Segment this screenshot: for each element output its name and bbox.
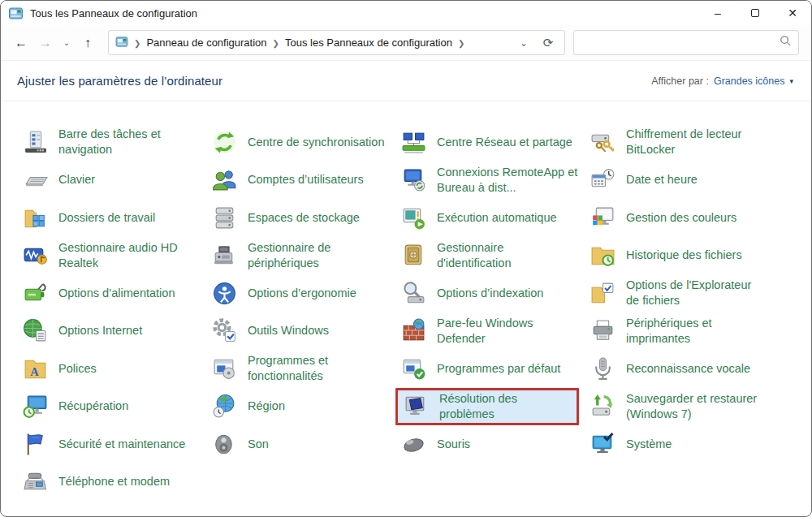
cp-item-mouse[interactable]: Souris [395,425,585,463]
breadcrumb-all-control-panel-items[interactable]: Tous les Panneaux de configuration [285,37,452,49]
cp-item-label[interactable]: Chiffrement de lecteur BitLocker [626,127,741,157]
cp-item-power-options[interactable]: Options d’alimentation [17,274,206,312]
cp-item-security-maintenance[interactable]: Sécurité et maintenance [17,425,206,463]
cp-item-autoplay[interactable]: Exécution automatique [395,199,585,237]
search-input[interactable] [581,31,780,54]
refresh-icon[interactable]: ⟳ [538,36,558,50]
cp-item-keyboard[interactable]: Clavier [17,162,206,200]
cp-item-storage-spaces[interactable]: Espaces de stockage [206,199,395,237]
cp-item-label[interactable]: Espaces de stockage [248,210,360,226]
cp-item-label[interactable]: Périphériques et imprimantes [626,316,712,347]
cp-item-label[interactable]: Sauvegarder et restaurer (Windows 7) [626,391,757,422]
cp-item-network-sharing-center[interactable]: Centre Réseau et partage [395,123,585,162]
cp-item-label[interactable]: Sécurité et maintenance [58,437,185,452]
minimize-button-icon[interactable]: – [699,1,736,25]
cp-item-label[interactable]: Dossiers de travail [58,210,155,226]
cp-item-label[interactable]: Outils Windows [248,323,329,338]
cp-item-realtek-hd-audio[interactable]: Gestionnaire audio HD Realtek [17,237,206,275]
back-icon[interactable]: ← [9,31,33,55]
cp-item-taskbar-navigation[interactable]: Barre des tâches et navigation [17,123,206,162]
cp-item-windows-tools[interactable]: Outils Windows [206,312,395,351]
view-by-value[interactable]: Grandes icônes [714,75,785,87]
cp-item-sync-center[interactable]: Centre de synchronisation [206,123,395,162]
address-bar[interactable]: ❯ Panneau de configuration ❯ Tous les Pa… [108,30,565,55]
cp-item-device-manager[interactable]: Gestionnaire de périphériques [206,237,395,275]
recent-locations-chevron-icon[interactable]: ⌄ [58,31,76,55]
cp-item-label[interactable]: Programmes par défaut [437,361,560,377]
breadcrumb-control-panel[interactable]: Panneau de configuration [146,37,266,49]
cp-item-sound[interactable]: Son [206,425,395,463]
cp-item-label[interactable]: Options d’ergonomie [248,286,356,301]
search-box[interactable] [573,30,799,55]
cp-item-date-time[interactable]: Date et heure [585,162,774,200]
cp-item-programs-and-features[interactable]: Programmes et fonctionnalités [206,350,395,388]
cp-item-label[interactable]: Récupération [58,399,128,414]
sync-center-icon [210,128,238,156]
cp-item-backup-restore-win7[interactable]: Sauvegarder et restaurer (Windows 7) [585,388,774,426]
cp-item-label[interactable]: Options d’indexation [437,286,543,301]
address-dropdown-chevron-icon[interactable]: ⌄ [515,37,533,49]
cp-item-label[interactable]: Programmes et fonctionnalités [248,353,328,384]
cp-item-windows-defender-firewall[interactable]: Pare-feu Windows Defender [395,312,585,351]
cp-item-label[interactable]: Système [626,437,672,452]
cp-item-label[interactable]: Options d’alimentation [58,286,175,301]
cp-item-credential-manager[interactable]: Gestionnaire d'identification [395,237,585,275]
cp-item-speech-recognition[interactable]: Reconnaissance vocale [585,350,774,388]
cp-item-label[interactable]: Souris [437,437,470,452]
cp-item-default-programs[interactable]: Programmes par défaut [395,350,585,388]
cp-item-label[interactable]: Barre des tâches et navigation [58,127,161,157]
sound-icon [210,430,238,458]
cp-item-bitlocker[interactable]: Chiffrement de lecteur BitLocker [585,123,774,162]
view-by-dropdown-arrow-icon[interactable]: ▾ [789,77,793,85]
cp-item-label[interactable]: Gestion des couleurs [626,210,736,226]
cp-item-label[interactable]: Téléphone et modem [58,474,170,489]
control-panel-window: Tous les Panneaux de configuration – ✕ ←… [0,0,812,517]
cp-item-label[interactable]: Reconnaissance vocale [626,361,750,377]
cp-item-label[interactable]: Historique des fichiers [626,248,742,263]
address-location-icon[interactable] [115,37,128,50]
up-icon[interactable]: ↑ [76,31,100,55]
security-maintenance-icon [21,430,49,458]
cp-item-label[interactable]: Comptes d’utilisateurs [248,172,364,187]
cp-item-label[interactable]: Centre de synchronisation [248,135,384,150]
cp-item-work-folders[interactable]: Dossiers de travail [17,199,206,237]
cp-item-indexing-options[interactable]: Options d’indexation [395,274,585,312]
cp-item-label[interactable]: Clavier [58,172,95,187]
cp-item-label[interactable]: Centre Réseau et partage [437,135,572,150]
cp-item-label[interactable]: Connexions RemoteApp et Bureau à dist... [437,165,577,196]
cp-item-label[interactable]: Options Internet [58,323,142,338]
cp-item-label[interactable]: Gestionnaire de périphériques [248,240,330,271]
cp-item-label[interactable]: Région [248,399,285,414]
cp-item-color-management[interactable]: Gestion des couleurs [585,199,774,237]
cp-item-label[interactable]: Gestionnaire audio HD Realtek [58,240,178,271]
maximize-button-icon[interactable] [736,1,774,25]
autoplay-icon [400,204,427,231]
cp-item-label[interactable]: Gestionnaire d'identification [437,240,511,271]
cp-item-fonts[interactable]: A Polices [17,350,206,388]
cp-item-user-accounts[interactable]: Comptes d’utilisateurs [206,162,395,200]
credential-manager-icon [400,242,427,269]
backup-restore-icon [589,393,616,420]
cp-item-system[interactable]: Système [585,425,774,463]
cp-item-label[interactable]: Date et heure [626,172,698,187]
control-panel-items-grid: Barre des tâches et navigation Centre de… [17,123,811,501]
cp-item-label[interactable]: Exécution automatique [437,210,557,226]
storage-spaces-icon [210,204,238,231]
close-button-icon[interactable]: ✕ [774,1,811,25]
cp-item-file-explorer-options[interactable]: Options de l'Explorateur de fichiers [585,274,774,312]
cp-item-label[interactable]: Résolution des problèmes [439,391,572,422]
cp-item-label[interactable]: Son [248,437,269,452]
cp-item-region[interactable]: Région [206,388,395,426]
cp-item-label[interactable]: Pare-feu Windows Defender [437,316,533,347]
cp-item-label[interactable]: Options de l'Explorateur de fichiers [626,278,751,308]
cp-item-devices-and-printers[interactable]: Périphériques et imprimantes [585,312,774,351]
cp-item-internet-options[interactable]: Options Internet [17,312,206,351]
window-title: Tous les Panneaux de configuration [30,7,699,19]
cp-item-label[interactable]: Polices [58,361,97,377]
cp-item-phone-modem[interactable]: Téléphone et modem [17,463,206,502]
cp-item-recovery[interactable]: Récupération [17,388,206,426]
cp-item-file-history[interactable]: Historique des fichiers [585,237,774,275]
cp-item-ease-of-access[interactable]: Options d’ergonomie [206,274,395,312]
cp-item-remoteapp-connections[interactable]: Connexions RemoteApp et Bureau à dist... [395,162,585,200]
cp-item-troubleshooting[interactable]: Résolution des problèmes [395,388,579,426]
